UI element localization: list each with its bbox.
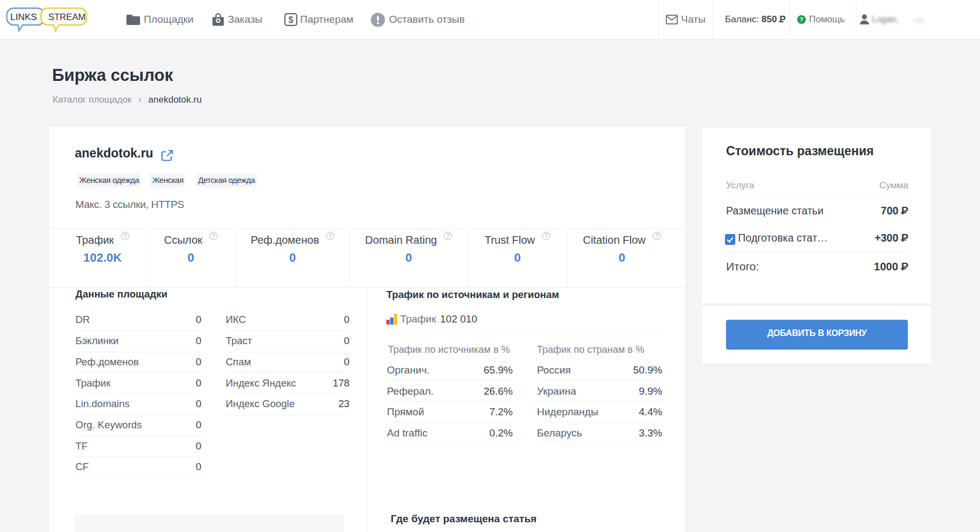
svg-text:STREAM: STREAM: [48, 12, 86, 22]
svg-text:?: ?: [800, 16, 804, 23]
svg-text:LINKS: LINKS: [10, 12, 37, 22]
svg-text:$: $: [289, 15, 294, 24]
